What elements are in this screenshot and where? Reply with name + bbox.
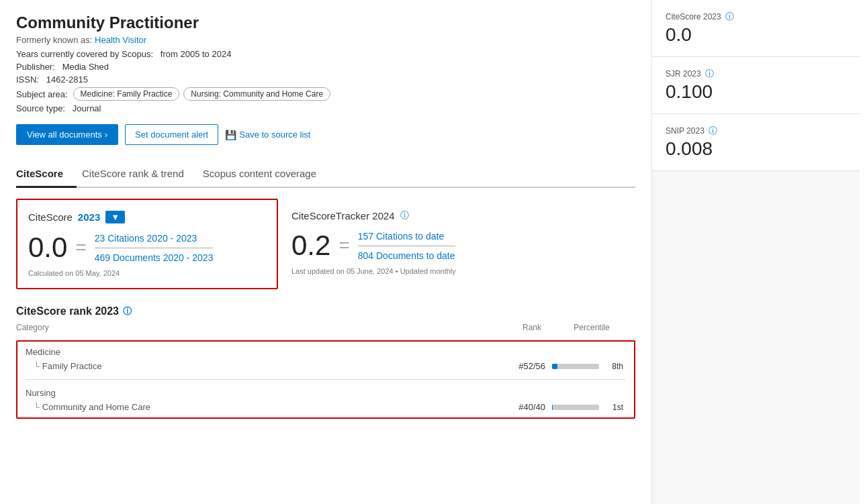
action-buttons: View all documents › Set document alert … (16, 124, 635, 145)
years-row: Years currently covered by Scopus: from … (16, 49, 635, 59)
issn-row: ISSN: 1462-2815 (16, 74, 635, 85)
rank-info-icon[interactable]: ⓘ (123, 305, 132, 317)
metric-citescore-value: 0.0 (666, 24, 846, 46)
citescore-main: 0.0 = 23 Citations 2020 - 2023 469 Docum… (28, 232, 266, 264)
rank-row-community: Community and Home Care #40/40 1st (26, 399, 626, 415)
citescore-year-dropdown[interactable]: ▼ (105, 211, 125, 223)
tab-citescore-rank[interactable]: CiteScore rank & trend (82, 161, 197, 188)
metric-sjr-label: SJR 2023 ⓘ (666, 68, 846, 80)
save-to-source-list-button[interactable]: 💾 Save to source list (225, 130, 310, 140)
citescore-tracker: CiteScoreTracker 2024 ⓘ 0.2 = 157 Citati… (291, 199, 635, 289)
journal-title: Community Practitioner (16, 13, 635, 32)
citescore-calc-note: Calculated on 05 May, 2024 (28, 269, 266, 277)
tracker-citations-link[interactable]: 157 Citations to date (358, 231, 455, 242)
tabs: CiteScore CiteScore rank & trend Scopus … (16, 161, 635, 188)
rank-table-header: Category Rank Percentile (16, 320, 635, 335)
tracker-documents-link[interactable]: 804 Documents to date (358, 250, 455, 261)
metric-citescore-label: CiteScore 2023 ⓘ (666, 11, 846, 23)
rank-family-practice-label: Family Practice (26, 361, 492, 371)
tracker-info-icon[interactable]: ⓘ (400, 209, 409, 221)
save-icon: 💾 (225, 130, 236, 140)
metric-sjr-value: 0.100 (666, 81, 846, 103)
tracker-equals: = (338, 235, 349, 256)
citescore-box-title: CiteScore 2023 ▼ (28, 211, 266, 223)
rank-category-nursing: Nursing Community and Home Care #40/40 1… (17, 383, 634, 417)
publisher-row: Publisher: Media Shed (16, 62, 635, 72)
rank-family-practice-bar: 8th (545, 362, 626, 371)
sjr-info-icon[interactable]: ⓘ (705, 68, 714, 80)
tracker-score: 0.2 (291, 230, 330, 262)
metric-snip-label: SNIP 2023 ⓘ (666, 125, 846, 137)
tracker-note: Last updated on 05 June, 2024 • Updated … (291, 267, 635, 275)
subject-row: Subject area: Medicine: Family Practice … (16, 87, 635, 101)
tracker-title: CiteScoreTracker 2024 ⓘ (291, 209, 635, 221)
tab-scopus-coverage[interactable]: Scopus content coverage (203, 161, 330, 188)
rank-title: CiteScore rank 2023 ⓘ (16, 305, 635, 317)
rank-row-family-practice: Family Practice #52/56 8th (26, 358, 626, 374)
citescore-documents-link[interactable]: 469 Documents 2020 - 2023 (95, 252, 214, 263)
tracker-fraction: 157 Citations to date 804 Documents to d… (358, 231, 455, 261)
rank-category-box: Medicine Family Practice #52/56 8th Nurs… (16, 340, 635, 419)
formerly-known-link[interactable]: Health Visitor (95, 35, 146, 45)
snip-info-icon[interactable]: ⓘ (709, 125, 717, 137)
citescore-year: 2023 (78, 211, 100, 223)
citescore-citations-link[interactable]: 23 Citations 2020 - 2023 (95, 233, 214, 244)
formerly-known: Formerly known as: Health Visitor (16, 35, 635, 45)
citescore-equals: = (75, 237, 86, 258)
rank-category-medicine: Medicine Family Practice #52/56 8th (17, 342, 634, 376)
rank-community-label: Community and Home Care (26, 402, 492, 412)
citescore-box: CiteScore 2023 ▼ 0.0 = 23 Citations 2020… (16, 199, 278, 289)
subject-tag-nursing: Nursing: Community and Home Care (183, 87, 330, 101)
tracker-main: 0.2 = 157 Citations to date 804 Document… (291, 230, 635, 262)
tab-citescore[interactable]: CiteScore (16, 161, 77, 188)
rank-nursing-name: Nursing (26, 388, 626, 398)
rank-community-pct: 1st (603, 403, 623, 412)
subject-tag-medicine: Medicine: Family Practice (73, 87, 180, 101)
rank-family-practice-pct: 8th (603, 362, 623, 371)
citescore-fraction: 23 Citations 2020 - 2023 469 Documents 2… (95, 233, 214, 263)
view-all-documents-button[interactable]: View all documents › (16, 124, 118, 145)
rank-community-rank: #40/40 (492, 402, 545, 412)
set-document-alert-button[interactable]: Set document alert (125, 124, 218, 145)
metric-card-citescore: CiteScore 2023 ⓘ 0.0 (652, 0, 860, 57)
subject-tags: Medicine: Family Practice Nursing: Commu… (73, 87, 330, 101)
citescore-sidebar-info-icon[interactable]: ⓘ (725, 11, 734, 23)
citescore-section: CiteScore 2023 ▼ 0.0 = 23 Citations 2020… (16, 199, 635, 289)
metric-card-sjr: SJR 2023 ⓘ 0.100 (652, 57, 860, 114)
rank-family-practice-rank: #52/56 (492, 361, 545, 371)
rank-community-bar: 1st (545, 403, 626, 412)
citescore-score: 0.0 (28, 232, 67, 264)
rank-medicine-name: Medicine (26, 347, 626, 357)
metric-card-snip: SNIP 2023 ⓘ 0.008 (652, 114, 860, 171)
metric-snip-value: 0.008 (666, 138, 846, 160)
source-type-row: Source type: Journal (16, 103, 635, 113)
sidebar: CiteScore 2023 ⓘ 0.0 SJR 2023 ⓘ 0.100 SN… (651, 0, 860, 504)
